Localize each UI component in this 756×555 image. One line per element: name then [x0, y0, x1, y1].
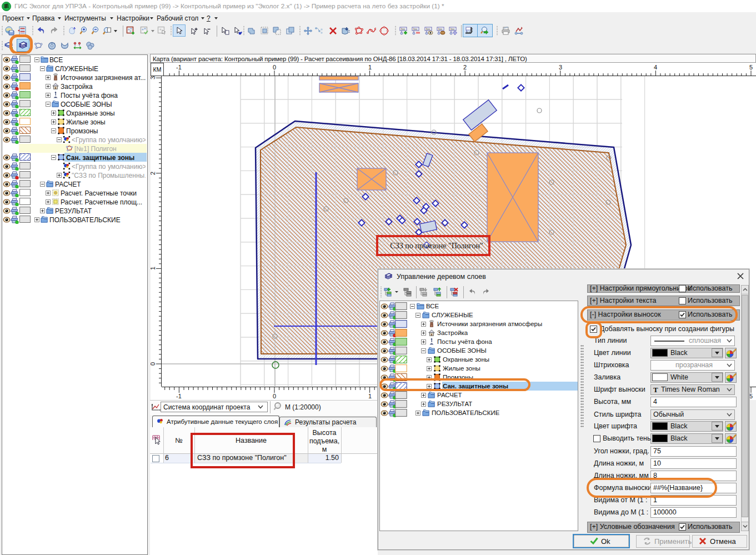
svg-text:bxc: bxc [401, 27, 405, 31]
svg-text:СЗЗ по промзоне "Полигон": СЗЗ по промзоне "Полигон" [390, 242, 483, 250]
svg-text:5: 5 [749, 393, 753, 399]
svg-text:-1: -1 [176, 64, 182, 71]
svg-text:bxc: bxc [438, 27, 443, 31]
svg-text:5: 5 [749, 64, 753, 71]
svg-text:0: 0 [273, 393, 276, 399]
svg-text:bxc: bxc [426, 27, 430, 31]
svg-text:1: 1 [368, 64, 372, 71]
svg-text:-1: -1 [176, 393, 182, 399]
svg-text:2: 2 [463, 64, 467, 71]
svg-text:0: 0 [273, 64, 276, 71]
svg-text:bxc: bxc [450, 27, 455, 31]
svg-text:2: 2 [151, 172, 156, 175]
svg-text:1: 1 [368, 393, 372, 399]
svg-text:0: 0 [151, 362, 156, 366]
svg-text:4: 4 [654, 64, 657, 71]
svg-text:1: 1 [151, 267, 156, 270]
svg-text:bxc: bxc [413, 27, 418, 31]
svg-text:3: 3 [151, 76, 156, 79]
svg-text:3: 3 [559, 64, 562, 71]
